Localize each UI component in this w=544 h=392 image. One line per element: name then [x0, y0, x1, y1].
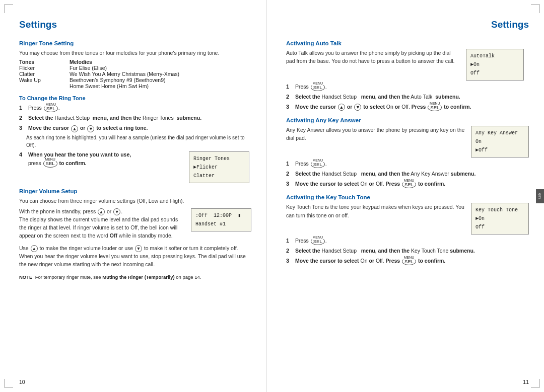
ringer-volume-heading: Ringer Volume Setup — [19, 188, 251, 194]
tones-column: Tones Flicker Clatter Wake Up — [19, 59, 54, 89]
key-touch-heading: Activating the Key Touch Tone — [286, 194, 529, 200]
page-num-left: 10 — [19, 379, 25, 385]
left-panel: Settings Ringer Tone Setting You may cho… — [0, 0, 267, 392]
menu-sel-btn-4: MENUSEL — [43, 160, 57, 167]
arrow-down-softer: ▼ — [135, 245, 142, 252]
any-step-3: 3 Move the cursor to select On or Off. P… — [286, 180, 529, 188]
arrow-down-btn-3: ▼ — [87, 125, 94, 132]
key-step-text-1: Press MENUSEL. — [295, 237, 529, 245]
tones-header: Tones — [19, 59, 54, 65]
auto-talk-heading: Activating Auto Talk — [286, 40, 529, 46]
arrow-up-btn-3: ▲ — [71, 125, 78, 132]
step-3: 3 Move the cursor ▲ or ▼ to select a rin… — [19, 124, 251, 132]
step-num-1: 1 — [19, 104, 26, 112]
page-container: Settings Ringer Tone Setting You may cho… — [0, 0, 544, 392]
auto-step-num-2: 2 — [286, 93, 293, 101]
key-step-2: 2 Select the Handset Setup menu, and the… — [286, 247, 529, 255]
key-step-3: 3 Move the cursor to select On or Off. P… — [286, 257, 529, 265]
auto-step-num-1: 1 — [286, 83, 293, 91]
arrow-down-vol: ▼ — [113, 208, 120, 215]
auto-talk-display: AutoTalk ►On Off — [466, 49, 524, 81]
key-touch-section: Key Touch Tone is the tone your keypad m… — [286, 203, 529, 234]
ringer-tone-body: You may choose from three tones or four … — [19, 49, 251, 57]
auto-step-text-1: Press MENUSEL. — [295, 83, 529, 91]
step-3-sub: As each ring tone is highlighted, you wi… — [26, 134, 251, 149]
arrow-up-vol: ▲ — [98, 208, 105, 215]
menu-sel-btn-1: MENUSEL — [44, 105, 58, 112]
tone-clatter: Clatter — [19, 71, 54, 77]
tone-table: Tones Flicker Clatter Wake Up Melodies F… — [19, 59, 251, 89]
section-ringer-tone-heading: Ringer Tone Setting — [19, 40, 251, 46]
any-key-p: Any Key Answer allows you to answer the … — [286, 126, 466, 142]
key-touch-display: Key Touch Tone ►On Off — [471, 203, 529, 234]
melody-elise: Fur Elise (Elise) — [70, 65, 251, 71]
arrow-up-louder: ▲ — [31, 245, 38, 252]
melody-home: Home Sweet Home (Hm Swt Hm) — [70, 83, 251, 89]
tone-wakeup: Wake Up — [19, 77, 54, 83]
menu-sel-key-1: MENUSEL — [311, 238, 325, 245]
change-ring-tone-heading: To Change the Ring Tone — [19, 95, 251, 101]
any-step-num-2: 2 — [286, 170, 293, 178]
any-step-text-1: Press MENUSEL. — [295, 160, 529, 168]
any-key-body: Any Key Answer allows you to answer the … — [286, 126, 466, 144]
any-step-text-3: Move the cursor to select On or Off. Pre… — [295, 180, 529, 188]
key-step-num-1: 1 — [286, 237, 293, 245]
note: NOTE For temporary ringer mute, see Muti… — [19, 274, 251, 281]
step-4: 4 Ringer Tones ►Flicker Clatter When you… — [19, 150, 251, 183]
ringer-volume-display: :Off 12:00P ▮ Handset #1 — [191, 208, 251, 231]
right-panel: Settings Activating Auto Talk Auto Talk … — [267, 0, 544, 392]
step-num-3: 3 — [19, 124, 26, 132]
melody-beethoven: Beethoven's Symphony #9 (Beethoven9) — [70, 77, 251, 83]
any-step-text-2: Select the Handset Setup menu, and then … — [295, 170, 529, 178]
ringer-volume-standby: :Off 12:00P ▮ Handset #1 With the phone … — [19, 207, 251, 242]
auto-step-text-3: Move the cursor ▲ or ▼ to select On or O… — [295, 103, 529, 111]
en-language-tab: en — [536, 189, 544, 203]
menu-sel-auto-1: MENUSEL — [311, 84, 325, 91]
step-text-3: Move the cursor ▲ or ▼ to select a ring … — [28, 124, 251, 132]
any-step-num-1: 1 — [286, 160, 293, 168]
right-title: Settings — [286, 19, 529, 30]
menu-sel-key-3: MENUSEL — [402, 258, 416, 265]
left-title: Settings — [19, 19, 251, 30]
key-step-num-3: 3 — [286, 257, 293, 265]
key-step-1: 1 Press MENUSEL. — [286, 237, 529, 245]
auto-talk-body: Auto Talk allows you to answer the phone… — [286, 49, 461, 67]
any-key-display: Any Key Answer On ►Off — [471, 126, 529, 158]
arrow-up-auto: ▲ — [338, 104, 345, 111]
step-1: 1 Press MENUSEL. — [19, 104, 251, 112]
auto-talk-p: Auto Talk allows you to answer the phone… — [286, 49, 461, 65]
auto-step-text-2: Select the Handset Setup menu, and then … — [295, 93, 529, 101]
tone-empty — [19, 83, 54, 89]
auto-step-3: 3 Move the cursor ▲ or ▼ to select On or… — [286, 103, 529, 111]
melody-christmas: We Wish You A Merry Christmas (Merry-Xma… — [70, 71, 251, 77]
key-touch-body: Key Touch Tone is the tone your keypad m… — [286, 203, 466, 221]
auto-step-2: 2 Select the Handset Setup menu, and the… — [286, 93, 529, 101]
step-text-1: Press MENUSEL. — [28, 104, 251, 112]
menu-sel-any-1: MENUSEL — [311, 161, 325, 168]
auto-talk-section: Auto Talk allows you to answer the phone… — [286, 49, 529, 81]
any-key-section: Any Key Answer allows you to answer the … — [286, 126, 529, 158]
step-text-4: Ringer Tones ►Flicker Clatter When you h… — [28, 150, 249, 183]
tone-flicker: Flicker — [19, 65, 54, 71]
auto-step-num-3: 3 — [286, 103, 293, 111]
step-text-2: Select the Handset Setup menu, and then … — [28, 114, 251, 122]
key-touch-p: Key Touch Tone is the tone your keypad m… — [286, 203, 466, 219]
ringer-tones-display: Ringer Tones ►Flicker Clatter — [189, 151, 249, 183]
step-num-2: 2 — [19, 114, 26, 122]
melodies-header: Melodies — [70, 59, 251, 65]
any-step-num-3: 3 — [286, 180, 293, 188]
menu-sel-auto-3: MENUSEL — [428, 104, 442, 111]
any-key-heading: Activating Any Key Answer — [286, 117, 529, 123]
any-step-2: 2 Select the Handset Setup menu, and the… — [286, 170, 529, 178]
page-num-right: 11 — [523, 379, 529, 385]
key-step-num-2: 2 — [286, 247, 293, 255]
key-step-text-3: Move the cursor to select On or Off. Pre… — [295, 257, 529, 265]
step-num-4: 4 — [19, 150, 26, 159]
ringer-volume-body4: Use ▲ to make the ringer volume louder o… — [19, 244, 251, 269]
menu-sel-any-3: MENUSEL — [402, 181, 416, 188]
any-step-1: 1 Press MENUSEL. — [286, 160, 529, 168]
melodies-column: Melodies Fur Elise (Elise) We Wish You A… — [70, 59, 251, 89]
auto-step-1: 1 Press MENUSEL. — [286, 83, 529, 91]
step-2: 2 Select the Handset Setup menu, and the… — [19, 114, 251, 122]
ringer-volume-body1: You can choose from three ringer volume … — [19, 197, 251, 205]
